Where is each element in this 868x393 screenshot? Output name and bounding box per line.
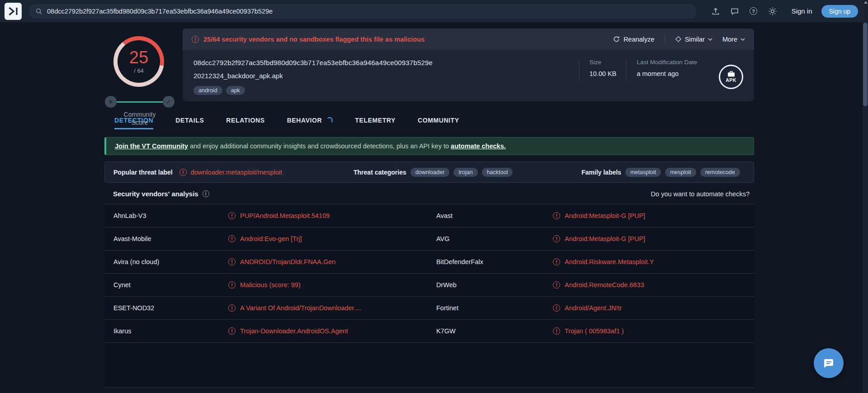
vendor-name: Cynet — [104, 281, 228, 289]
reanalyze-label: Reanalyze — [623, 36, 655, 43]
result-text: A Variant Of Android/TrojanDownloader...… — [240, 304, 361, 312]
vendor-result: ! Malicious (score: 99) — [228, 281, 436, 289]
vote-harmless-icon[interactable]: ✓ — [163, 96, 175, 108]
report-tab[interactable]: RELATIONS — [226, 117, 264, 129]
result-text: Malicious (score: 99) — [240, 281, 301, 289]
scrollbar-up-arrow[interactable] — [864, 1, 868, 4]
family-label-chip[interactable]: remotecode — [700, 168, 740, 177]
report-tab[interactable]: TELEMETRY — [355, 117, 396, 129]
chat-fab-button[interactable] — [814, 348, 844, 378]
upload-icon[interactable] — [708, 4, 723, 19]
file-tag-chip[interactable]: android — [193, 86, 222, 95]
vendor-name: ESET-NOD32 — [104, 304, 228, 312]
threat-summary-bar: Popular threat label ! downloader.metasp… — [104, 161, 754, 183]
briefcase-icon — [727, 71, 735, 77]
report-tab[interactable]: BEHAVIOR — [287, 117, 333, 129]
table-row: Avira (no cloud) ! ANDROID/TrojanDldr.FN… — [104, 251, 754, 274]
file-tags: androidapk — [193, 86, 433, 95]
popular-threat-label: Popular threat label — [113, 169, 173, 176]
family-label-chip[interactable]: metasploit — [625, 168, 661, 177]
popular-threat-label-group: Popular threat label ! downloader.metasp… — [113, 169, 282, 176]
warning-icon: ! — [228, 281, 236, 289]
automate-checks-question[interactable]: Do you want to automate checks? — [651, 190, 750, 198]
result-text: Trojan-Downloader.AndroidOS.Agent — [240, 327, 348, 335]
vendor-results-table: AhnLab-V3 ! PUP/Android.Metasploit.54109… — [104, 204, 754, 343]
verdict-header: ! 25/64 security vendors and no sandboxe… — [183, 28, 754, 50]
automate-checks-link[interactable]: automate checks. — [451, 142, 506, 150]
warning-icon: ! — [228, 258, 236, 265]
more-label: More — [722, 36, 737, 43]
table-row: Ikarus ! Trojan-Downloader.AndroidOS.Age… — [104, 320, 754, 343]
vendor-analysis-header: Security vendors' analysis i Do you want… — [104, 190, 754, 198]
warning-icon: ! — [179, 169, 187, 176]
join-community-link[interactable]: Join the VT Community — [115, 142, 188, 150]
score-column: 25 / 64 ✕ ✓ Community Score — [104, 28, 183, 127]
search-icon — [35, 8, 42, 15]
threat-category-chips: downloadertrojanhacktool — [406, 168, 513, 177]
warning-icon: ! — [228, 304, 236, 312]
file-size: Size 10.00 KB — [580, 59, 627, 77]
warning-icon: ! — [228, 212, 236, 219]
file-identity: 08dcc2792b2f927ac35fbd980d09c3b717ea53eb… — [193, 59, 433, 95]
theme-toggle-icon[interactable] — [765, 4, 780, 19]
vendor-name: Ikarus — [104, 327, 228, 335]
search-bar[interactable] — [29, 4, 697, 19]
report-tab[interactable]: COMMUNITY — [418, 117, 459, 129]
file-summary-section: ! 25/64 security vendors and no sandboxe… — [104, 22, 754, 101]
table-row: AhnLab-V3 ! PUP/Android.Metasploit.54109… — [104, 204, 754, 227]
vendor-result: ! Android:Evo-gen [Trj] — [228, 235, 436, 242]
table-row: Avast-Mobile ! Android:Evo-gen [Trj] AVG… — [104, 227, 754, 251]
sign-up-button[interactable]: Sign up — [821, 5, 858, 18]
topbar-icon-group: ? — [708, 4, 780, 19]
comment-icon[interactable] — [727, 4, 742, 19]
file-tag-chip[interactable]: apk — [226, 86, 245, 95]
vote-malicious-icon[interactable]: ✕ — [105, 96, 117, 108]
vendor-result: ! Trojan ( 005983af1 ) — [553, 327, 754, 335]
detections-count: 25 — [129, 49, 148, 66]
vendor-name: Avast-Mobile — [104, 235, 228, 242]
help-icon[interactable]: ? — [746, 4, 761, 19]
community-banner: Join the VT Community and enjoy addition… — [104, 137, 754, 155]
family-label-chip[interactable]: mesploit — [665, 168, 696, 177]
community-score-widget: ✕ ✓ Community Score — [106, 101, 173, 127]
last-modification: Last Modification Date a moment ago — [627, 59, 707, 77]
threat-category-chip[interactable]: hacktool — [482, 168, 513, 177]
warning-icon: ! — [553, 258, 560, 265]
family-label-chips: metasploitmesploitremotecode — [621, 168, 740, 177]
table-row: Cynet ! Malicious (score: 99) DrWeb ! An… — [104, 274, 754, 297]
detections-total: / 64 — [134, 67, 144, 74]
vendor-name: Fortinet — [436, 304, 553, 312]
virustotal-logo[interactable] — [5, 3, 22, 20]
scrollbar-track[interactable] — [863, 0, 868, 393]
warning-icon: ! — [553, 212, 560, 219]
vendor-name: Avast — [436, 212, 553, 219]
result-text: Android:Evo-gen [Trj] — [240, 235, 302, 242]
vendor-name: K7GW — [436, 327, 553, 335]
report-tabs: DETECTION DETAILS RELATIONS BEHAVIOR TEL… — [104, 117, 754, 129]
scrollbar-thumb[interactable] — [863, 23, 868, 106]
vendor-result: ! Trojan-Downloader.AndroidOS.Agent — [228, 327, 436, 335]
info-icon[interactable]: i — [203, 190, 209, 197]
chat-icon — [822, 356, 835, 370]
top-navigation-bar: ? Sign in Sign up — [0, 0, 868, 22]
search-input[interactable] — [47, 8, 690, 15]
reanalyze-button[interactable]: Reanalyze — [613, 35, 655, 43]
popular-threat-value[interactable]: downloader.metasploit/mesploit — [191, 169, 282, 176]
similar-button[interactable]: Similar — [675, 36, 712, 43]
vendor-result: ! PUP/Android.Metasploit.54109 — [228, 212, 436, 219]
community-score-label: Community Score — [119, 110, 160, 127]
vendor-analysis-title: Security vendors' analysis — [113, 190, 198, 198]
file-type-label: APK — [726, 77, 736, 83]
vendor-name: BitDefenderFalx — [436, 258, 553, 265]
help-glyph: ? — [750, 7, 757, 15]
vendor-name: AhnLab-V3 — [104, 212, 228, 219]
main-content: 25 / 64 ✕ ✓ Community Score ! 25/64 secu… — [104, 22, 754, 388]
more-button[interactable]: More — [722, 36, 745, 43]
warning-icon: ! — [553, 304, 560, 312]
threat-category-chip[interactable]: downloader — [410, 168, 450, 177]
threat-category-chip[interactable]: trojan — [453, 168, 477, 177]
size-value: 10.00 KB — [590, 70, 617, 77]
last-modification-value: a moment ago — [637, 70, 697, 77]
sign-in-link[interactable]: Sign in — [792, 7, 812, 15]
refresh-icon — [613, 35, 620, 43]
